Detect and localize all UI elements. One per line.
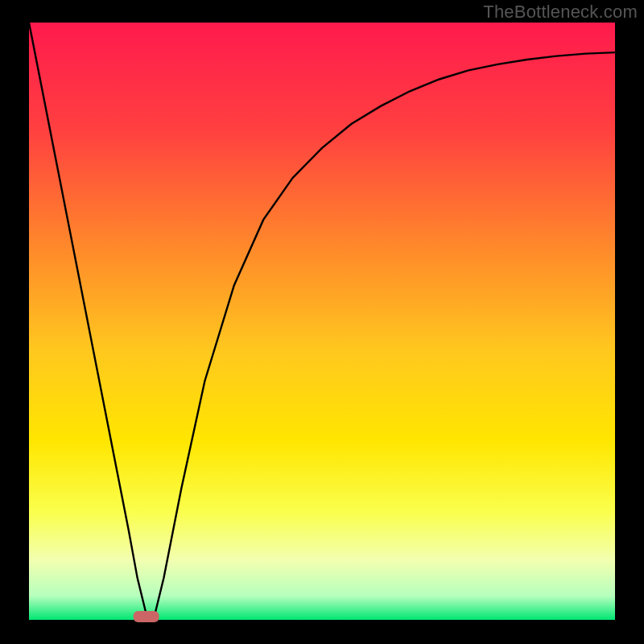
watermark-text: TheBottleneck.com bbox=[483, 2, 638, 23]
highlight-marker bbox=[134, 611, 159, 622]
chart-svg bbox=[0, 0, 644, 644]
plot-background bbox=[29, 23, 615, 620]
chart-frame: TheBottleneck.com bbox=[0, 0, 644, 644]
